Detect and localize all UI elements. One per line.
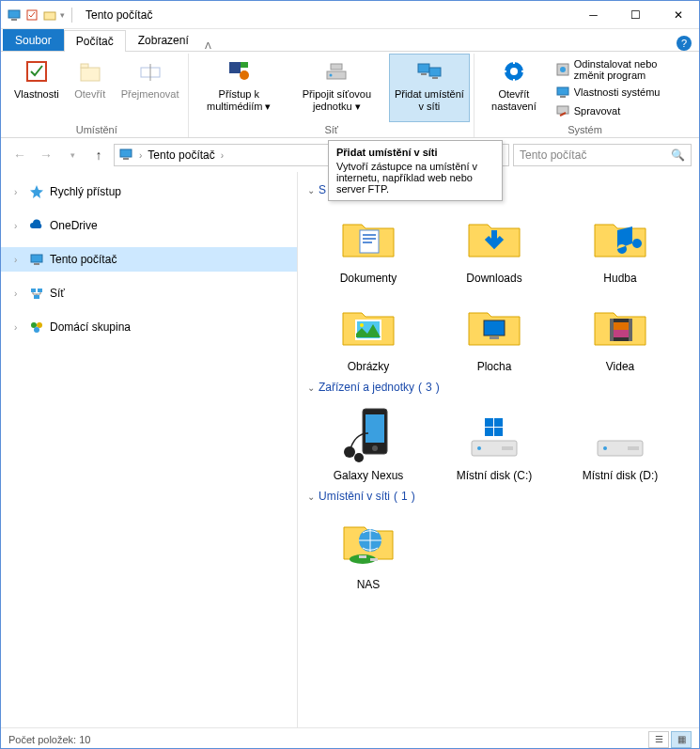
group-netloc-header[interactable]: ⌄Umístění v síti (1)	[307, 490, 690, 503]
svg-rect-32	[31, 255, 42, 262]
folder-pictures[interactable]: Obrázky	[307, 292, 429, 377]
forward-button[interactable]: →	[35, 144, 57, 166]
group-label-network: Síť	[324, 122, 338, 137]
folder-music[interactable]: Hudba	[559, 204, 681, 289]
chevron-right-icon[interactable]: ›	[14, 221, 23, 231]
disk-icon	[590, 405, 650, 465]
help-button[interactable]: ?	[677, 36, 692, 51]
chevron-down-icon: ⌄	[307, 185, 315, 195]
folder-downloads[interactable]: Downloads	[433, 204, 555, 289]
tab-file[interactable]: Soubor	[3, 29, 64, 51]
nas-icon	[338, 514, 398, 574]
folder-videos[interactable]: Videa	[559, 292, 681, 377]
map-drive-label: Připojit síťovou jednotku ▾	[292, 88, 381, 113]
close-button[interactable]: ✕	[657, 1, 699, 28]
chevron-right-icon[interactable]: ›	[14, 289, 23, 299]
item-label: Videa	[606, 360, 634, 373]
system-properties-button[interactable]: Vlastnosti systému	[552, 84, 692, 101]
uninstall-button[interactable]: Odinstalovat nebo změnit program	[552, 57, 692, 82]
chevron-right-icon[interactable]: ›	[14, 255, 23, 265]
minimize-button[interactable]: ─	[572, 1, 614, 28]
qat-newfolder-icon[interactable]	[42, 8, 57, 23]
body: ›Rychlý přístup ›OneDrive ›Tento počítač…	[1, 172, 699, 727]
tree-quick-access[interactable]: ›Rychlý přístup	[1, 179, 297, 204]
svg-point-59	[477, 446, 481, 450]
chevron-right-icon[interactable]: ›	[14, 322, 23, 333]
svg-rect-17	[421, 73, 427, 75]
group-devices-header[interactable]: ⌄Zařízení a jednotky (3)	[307, 381, 690, 394]
svg-rect-13	[331, 64, 342, 70]
add-location-label: Přidat umístění v síti	[395, 88, 464, 113]
add-network-location-button[interactable]: Přidat umístění v síti	[389, 54, 470, 122]
search-box[interactable]: Tento počítač 🔍	[513, 144, 692, 166]
folder-documents[interactable]: Dokumenty	[307, 204, 429, 289]
tree-onedrive[interactable]: ›OneDrive	[1, 213, 297, 238]
tooltip-title: Přidat umístění v síti	[336, 147, 494, 158]
svg-rect-29	[557, 106, 568, 114]
tree-label: Síť	[50, 287, 65, 300]
media-icon	[224, 56, 254, 86]
svg-point-55	[372, 445, 378, 451]
manage-label: Spravovat	[574, 105, 621, 117]
properties-icon	[22, 56, 52, 86]
tab-computer[interactable]: Počítač	[64, 30, 126, 52]
device-disk-c[interactable]: Místní disk (C:)	[433, 401, 555, 486]
properties-button[interactable]: Vlastnosti	[8, 54, 65, 122]
device-phone[interactable]: Galaxy Nexus	[307, 401, 429, 486]
map-drive-icon	[321, 56, 351, 86]
item-label: Galaxy Nexus	[334, 469, 404, 482]
tab-view[interactable]: Zobrazení	[126, 29, 201, 51]
search-icon: 🔍	[671, 148, 685, 162]
history-dropdown[interactable]: ▾	[61, 144, 84, 166]
open-button[interactable]: Otevřít	[67, 54, 114, 122]
homegroup-icon	[29, 320, 44, 335]
ribbon-tabs: Soubor Počítač Zobrazení ᐱ ?	[1, 29, 699, 52]
music-icon	[590, 208, 650, 268]
device-disk-d[interactable]: Místní disk (D:)	[559, 401, 681, 486]
folder-desktop[interactable]: Plocha	[433, 292, 555, 377]
group-label-location: Umístění	[76, 122, 117, 137]
group-label-system: Systém	[568, 122, 602, 137]
devices-items: Galaxy Nexus Místní disk (C:) Místní dis…	[307, 401, 690, 486]
item-label: Plocha	[477, 360, 512, 373]
tree-this-pc[interactable]: ›Tento počítač	[1, 247, 297, 272]
ribbon-group-location: Vlastnosti Otevřít Přejmenovat Umístění	[5, 54, 189, 137]
manage-button[interactable]: Spravovat	[552, 102, 692, 119]
rename-button[interactable]: Přejmenovat	[116, 54, 185, 122]
tree-homegroup[interactable]: ›Domácí skupina	[1, 315, 297, 339]
media-label: Přístup k multimédiím ▾	[198, 88, 279, 113]
map-drive-button[interactable]: Připojit síťovou jednotku ▾	[287, 54, 387, 122]
search-placeholder: Tento počítač	[520, 148, 586, 162]
ribbon-collapse-icon[interactable]: ᐱ	[201, 40, 216, 51]
tree-label: Tento počítač	[50, 253, 117, 266]
chevron-right-icon[interactable]: ›	[14, 187, 23, 197]
svg-rect-35	[38, 289, 42, 292]
qat-properties-icon[interactable]	[24, 8, 39, 23]
media-access-button[interactable]: Přístup k multimédiím ▾	[193, 54, 285, 122]
svg-rect-1	[11, 19, 17, 21]
breadcrumb[interactable]: Tento počítač	[148, 148, 214, 162]
svg-point-38	[37, 322, 42, 328]
desktop-icon	[464, 296, 524, 356]
nav-tree[interactable]: ›Rychlý přístup ›OneDrive ›Tento počítač…	[1, 172, 298, 727]
view-details-button[interactable]: ☰	[648, 731, 669, 748]
folders-items: Dokumenty Downloads Hudba Obrázky Plocha…	[307, 204, 690, 377]
chevron-down-icon: ⌄	[307, 382, 315, 393]
svg-rect-9	[229, 62, 241, 73]
phone-icon	[338, 405, 398, 465]
thispc-icon	[7, 8, 22, 23]
content-pane[interactable]: ⌄S Dokumenty Downloads Hudba Obrázky Plo…	[298, 172, 699, 727]
qat-dropdown-icon[interactable]: ▾	[60, 10, 65, 20]
tree-label: Rychlý přístup	[50, 185, 121, 198]
tree-network[interactable]: ›Síť	[1, 281, 297, 305]
back-button[interactable]: ←	[8, 144, 31, 166]
open-settings-button[interactable]: Otevřít nastavení	[478, 54, 550, 122]
view-large-button[interactable]: ▦	[671, 731, 692, 748]
documents-icon	[338, 208, 398, 268]
svg-rect-52	[614, 330, 629, 337]
maximize-button[interactable]: ☐	[614, 1, 657, 28]
netloc-nas[interactable]: NAS	[307, 510, 429, 595]
up-button[interactable]: ↑	[87, 144, 110, 166]
svg-rect-63	[485, 428, 493, 436]
svg-rect-27	[557, 87, 568, 95]
